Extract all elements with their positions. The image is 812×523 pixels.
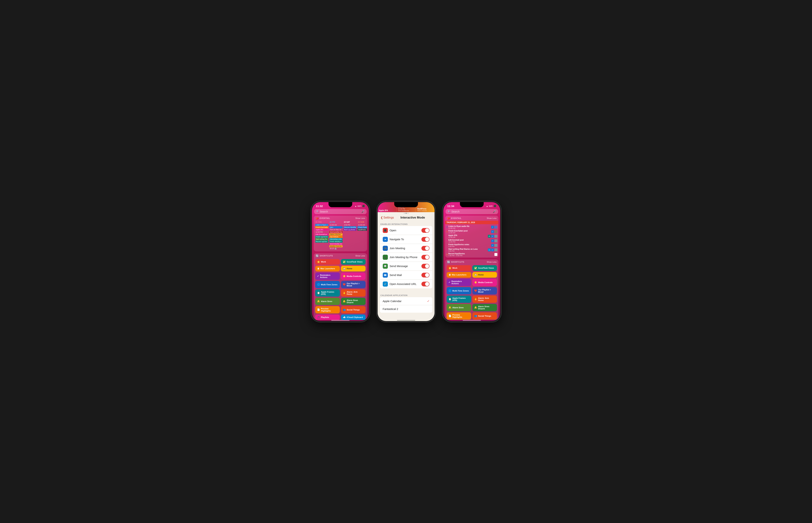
shortcut3-home[interactable]: 🏠Home xyxy=(472,272,497,278)
cal-time: 4:00 PM xyxy=(343,224,357,226)
shortcut3-social[interactable]: 👥Social Things xyxy=(472,312,497,320)
cal-event[interactable]: Weekly Post-De xyxy=(329,245,342,247)
status-time-3: 11:34 xyxy=(447,204,454,208)
send-message-toggle[interactable] xyxy=(421,264,429,269)
shortcut3-goodtask[interactable]: ✅GoodTask Views xyxy=(472,265,497,271)
shortcut-mac[interactable]: 🖥Mac Launchers xyxy=(315,266,340,271)
shortcuts-action-3[interactable]: Show Less xyxy=(487,261,497,263)
shortcut-siren-disarm[interactable]: 🔔Alarm Siren Disarm xyxy=(341,298,366,305)
cal-event[interactable]: Record AppStor xyxy=(315,240,329,242)
shortcut-playlists[interactable]: 🎵Playlists xyxy=(315,314,340,320)
check-2[interactable]: ✓ xyxy=(491,230,494,233)
send-mail-toggle[interactable] xyxy=(421,273,429,277)
event-item-6[interactable]: Start writing iPad Diaries on Luna 3:00 … xyxy=(446,248,497,252)
check-4[interactable]: ✓ xyxy=(491,239,494,242)
shortcut-media[interactable]: ⭐Media Controls xyxy=(341,272,366,280)
eventail-action-1[interactable]: Show Less xyxy=(355,217,365,219)
event-dot-4 xyxy=(446,240,448,241)
cal-event[interactable]: VaultPress xyxy=(357,229,367,231)
event-item-4[interactable]: Edit Eventail post 12:00 PM ✓ xyxy=(446,239,497,243)
cal-event[interactable]: Tattoo Chicche xyxy=(329,233,342,235)
shortcut-siren[interactable]: 🔔Alarm Siren xyxy=(315,298,340,305)
date-header-3: THURSDAY, FEBRUARY 21, 2019 xyxy=(445,221,498,224)
shortcut3-media[interactable]: ⭐Media Controls xyxy=(472,279,497,286)
notch-3 xyxy=(460,202,484,207)
shortcut3-playlist[interactable]: ❤️Our Playlist + Mood xyxy=(472,287,497,294)
icon-3[interactable]: ⊘ xyxy=(488,235,491,238)
cal-event[interactable]: App Debuts xyxy=(329,236,342,238)
event-item-1[interactable]: Listen to Ryan audio file 11:00 AM ✓ xyxy=(446,225,497,230)
open-toggle[interactable] xyxy=(421,228,429,233)
search-text-1: Search xyxy=(320,210,361,213)
shortcut-home[interactable]: 🏠Home xyxy=(341,266,366,271)
shortcut-alarm-arm[interactable]: 🤚Alarm: Arm Home xyxy=(341,289,366,296)
interaction-open-url[interactable]: 🔗 Open Associated URL xyxy=(380,279,433,288)
search-bar-3[interactable]: 🔍 Search 🎤 xyxy=(445,209,498,214)
search-bar-1[interactable]: 🔍 Search 🎤 xyxy=(314,209,367,214)
cal-event[interactable]: Discuss Monthly xyxy=(343,226,357,229)
cal-event[interactable]: Interesting Links xyxy=(329,238,342,240)
shortcuts-action-1[interactable]: Show Less xyxy=(355,255,365,257)
shortcut3-mac[interactable]: 🖥Mac Launchers xyxy=(447,272,471,278)
cal-option-apple[interactable]: Apple Calendar ✓ xyxy=(380,297,433,305)
event-item-2[interactable]: Finish EverSafari post 11:00 AM ✓ xyxy=(446,230,497,234)
navigate-toggle[interactable] xyxy=(421,237,429,242)
cal-option-fantastical[interactable]: Fantastical 2 xyxy=(380,305,433,313)
cal-event[interactable]: Finish EverSafar xyxy=(315,226,329,229)
interaction-open[interactable]: ⬛ Open xyxy=(380,226,433,235)
join-phone-toggle[interactable] xyxy=(421,255,429,259)
shortcut3-work[interactable]: ⭐Work xyxy=(447,265,471,271)
shortcut3-siren-disarm[interactable]: 🔔Alarm Siren Disarm xyxy=(472,304,497,311)
cal-event[interactable]: Q&A xyxy=(329,226,342,229)
join-meeting-toggle[interactable] xyxy=(421,246,429,251)
cal-event[interactable]: Finish Weekly e xyxy=(329,240,342,242)
shortcut-playlist[interactable]: ❤️Our Playlist + Mood xyxy=(341,281,366,288)
shortcut3-siren[interactable]: 🔔Alarm Siren xyxy=(447,304,471,311)
interaction-send-message[interactable]: 💬 Send Message xyxy=(380,262,433,271)
event-content-1: Listen to Ryan audio file 11:00 AM xyxy=(448,225,490,229)
shortcut-reminders[interactable]: ✓Reminders Actions xyxy=(315,272,340,280)
appleframes-icon: 📋 xyxy=(317,291,320,294)
alarm-arm-icon: 🤚 xyxy=(343,291,346,294)
cal-event[interactable]: Start writing iPa xyxy=(315,238,329,240)
shortcut-timezone[interactable]: 🌐Multi-Time Zones xyxy=(315,281,340,288)
mac-icon-3: 🖥 xyxy=(448,273,451,276)
shortcut-preview[interactable]: 📄Preview Highlights xyxy=(315,306,340,313)
interaction-navigate[interactable]: ➡ Navigate To xyxy=(380,235,433,244)
interaction-join-phone[interactable]: 📞 Join Meeting by Phone xyxy=(380,253,433,262)
interaction-join-meeting[interactable]: 📹 Join Meeting xyxy=(380,244,433,253)
shortcut3-timezone[interactable]: 🌐Multi-Time Zones xyxy=(447,287,471,294)
settings-back-button[interactable]: ❮ Settings xyxy=(381,216,394,219)
shortcut3-preview[interactable]: 📄Preview Highlights xyxy=(447,312,471,320)
event-item-5[interactable]: Finish AppStories notes 2:00 PM ✓ xyxy=(446,243,497,248)
shortcut-goodtask[interactable]: ✅GoodTask Views xyxy=(341,259,366,265)
check-3a[interactable]: ✓ xyxy=(491,235,494,238)
interaction-send-mail[interactable]: ✉️ Send Mail xyxy=(380,271,433,279)
check-5[interactable]: ✓ xyxy=(491,244,494,247)
cal-event[interactable]: Listen to Ryan a xyxy=(315,224,329,226)
event-item-7[interactable]: Record AppStories 7:30 PM – 8:00 PM xyxy=(446,252,497,257)
open-url-toggle[interactable] xyxy=(421,282,429,286)
cal-event[interactable]: Finish AppStorie xyxy=(315,236,329,238)
shortcut-social[interactable]: 👥Social Things xyxy=(341,306,366,313)
shortcut3-alarm-arm[interactable]: 🤚Alarm: Arm Home xyxy=(472,295,497,303)
shortcut3-appleframes[interactable]: 📋Apple Frames (iOS) xyxy=(447,295,471,303)
cal-event[interactable]: Apple 2FA xyxy=(315,229,329,231)
shortcut-icloud[interactable]: ☁️iCloud Clipboard xyxy=(341,314,366,320)
shortcut3-reminders[interactable]: ✓Reminders Actions xyxy=(447,279,471,286)
phone3-scroll[interactable]: 🍅 EVENTAIL Show Less THURSDAY, FEBRUARY … xyxy=(443,216,500,320)
shortcut-appleframes[interactable]: 📋Apple Frames (iOS) xyxy=(315,289,340,296)
check-6[interactable]: ✓ xyxy=(491,249,494,251)
shortcut-work[interactable]: ⭐Work xyxy=(315,259,340,265)
event-item-3[interactable]: Apple 2FA 11:00 AM ⊘ ✓ xyxy=(446,234,497,239)
cal-event[interactable]: Send Weekly Iss xyxy=(329,243,342,245)
phone1-scroll[interactable]: 🍅 EVENTAIL Show Less 21 THU 22 FRI 23 SA… xyxy=(312,216,369,320)
color-block-6 xyxy=(494,249,497,251)
check-1[interactable]: ✓ xyxy=(491,226,494,229)
cal-event[interactable]: Send another ba xyxy=(329,231,342,233)
cal-event[interactable]: Back up photos xyxy=(343,229,357,231)
eventail-action-3[interactable]: Show Less xyxy=(487,217,497,219)
cal-event[interactable]: Edit Eventail po xyxy=(315,233,329,235)
cal-event[interactable]: Check Ryan pay xyxy=(357,226,367,229)
settings-scroll[interactable]: ❮ Settings Interactive Mode ENABLED INTE… xyxy=(377,214,435,315)
